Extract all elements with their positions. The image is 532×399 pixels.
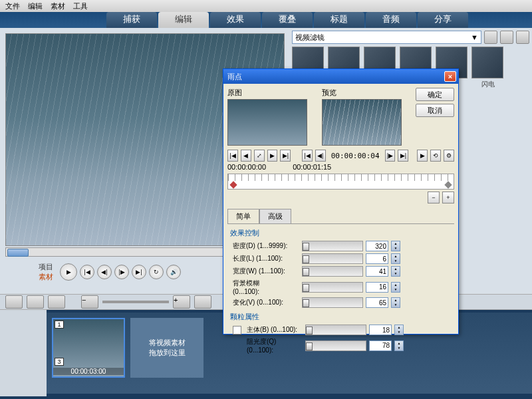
- effect-item[interactable]: 闪电: [471, 47, 505, 89]
- group-particle: 颗粒属性: [230, 312, 454, 322]
- goto-end-icon[interactable]: ▶|: [398, 150, 408, 162]
- dialog-titlebar[interactable]: 雨点 ×: [223, 69, 458, 84]
- prev-frame-icon[interactable]: ◀: [241, 150, 251, 162]
- settings-icon[interactable]: ⚙: [444, 150, 454, 162]
- options-icon[interactable]: [516, 31, 529, 44]
- tab-simple[interactable]: 简单: [227, 209, 259, 223]
- dialog-title-text: 雨点: [227, 72, 242, 82]
- variation-slider[interactable]: [302, 297, 363, 308]
- menubar: 文件 编辑 素材 工具: [0, 0, 532, 12]
- opacity-label: 阻光度(Q) (0...100):: [247, 337, 303, 354]
- clip-badge-in: 1: [55, 321, 64, 329]
- width-input[interactable]: [366, 266, 388, 277]
- variation-input[interactable]: [366, 297, 388, 308]
- menu-tools[interactable]: 工具: [73, 1, 88, 11]
- width-slider[interactable]: [302, 266, 363, 277]
- body-spinner[interactable]: [394, 325, 404, 335]
- play-icon[interactable]: ▶: [417, 150, 428, 162]
- length-slider[interactable]: [302, 253, 363, 264]
- density-input[interactable]: [366, 241, 388, 251]
- zoom-in-icon[interactable]: +: [173, 295, 190, 309]
- step-tabs: 捕获 编辑 效果 覆叠 标题 音频 分享: [0, 12, 532, 28]
- length-label: 长度(L) (1...100):: [233, 254, 299, 263]
- first-frame-icon[interactable]: |◀: [227, 150, 238, 162]
- tab-audio[interactable]: 音频: [366, 12, 416, 28]
- original-label: 原图: [227, 88, 315, 98]
- tab-advanced[interactable]: 高级: [259, 209, 291, 223]
- volume-button[interactable]: 🔊: [166, 265, 181, 279]
- tab-capture[interactable]: 捕获: [106, 12, 157, 28]
- width-spinner[interactable]: [391, 266, 400, 277]
- clip-duration: 00:00:03:00: [53, 368, 124, 375]
- tc-start: 00:00:00:00: [227, 163, 266, 171]
- remove-kf-icon[interactable]: −: [428, 192, 440, 203]
- tab-edit[interactable]: 编辑: [158, 12, 209, 28]
- tc-end: 00:00:01:15: [293, 163, 331, 171]
- blur-slider[interactable]: [302, 282, 363, 293]
- add-kf-icon[interactable]: +: [442, 192, 454, 203]
- length-input[interactable]: [366, 253, 388, 264]
- ok-button[interactable]: 确定: [416, 88, 454, 101]
- track-headers: [0, 310, 47, 396]
- variation-label: 变化(V) (0...100):: [233, 298, 299, 307]
- audio-view-icon[interactable]: [48, 295, 65, 309]
- timeline-view-icon[interactable]: [27, 295, 44, 309]
- clip[interactable]: 1 3 00:00:03:00: [52, 318, 125, 378]
- tab-effect[interactable]: 效果: [210, 12, 261, 28]
- length-spinner[interactable]: [391, 253, 400, 264]
- step-fwd-icon[interactable]: |▶: [385, 150, 396, 162]
- width-label: 宽度(W) (1...100):: [233, 267, 299, 276]
- density-slider[interactable]: [302, 241, 363, 251]
- blur-spinner[interactable]: [391, 282, 400, 293]
- tab-title[interactable]: 标题: [314, 12, 364, 28]
- opacity-spinner[interactable]: [394, 340, 404, 351]
- prev-button[interactable]: ◀|: [97, 265, 112, 279]
- repeat-button[interactable]: ↻: [149, 265, 164, 279]
- step-back-icon[interactable]: ◀|: [315, 150, 326, 162]
- expand-icon[interactable]: ⤢: [254, 150, 265, 162]
- mode-material[interactable]: 素材: [39, 272, 53, 282]
- storyboard-view-icon[interactable]: [5, 295, 23, 309]
- sort-icon[interactable]: [500, 31, 513, 44]
- filter-dropdown[interactable]: 视频滤镜▼: [292, 31, 481, 44]
- chevron-down-icon: ▼: [471, 33, 478, 41]
- body-input[interactable]: [369, 325, 392, 335]
- mode-project[interactable]: 项目: [39, 262, 53, 272]
- keyframe-timeline[interactable]: [227, 174, 454, 190]
- preview-label: 预览: [322, 88, 410, 98]
- original-preview: [227, 99, 307, 146]
- timecode-display: 00:00:00:04: [329, 152, 382, 160]
- opacity-input[interactable]: [369, 340, 392, 351]
- folder-icon[interactable]: [484, 31, 497, 44]
- group-effect-control: 效果控制: [230, 228, 454, 238]
- opacity-slider[interactable]: [305, 340, 366, 351]
- menu-edit[interactable]: 编辑: [28, 1, 43, 11]
- keyframe-marker[interactable]: [444, 181, 452, 188]
- zoom-out-icon[interactable]: −: [81, 295, 98, 309]
- tab-overlay[interactable]: 覆叠: [262, 12, 313, 28]
- goto-start-icon[interactable]: |◀: [302, 150, 313, 162]
- next-frame-icon[interactable]: ▶: [267, 150, 278, 162]
- density-spinner[interactable]: [391, 241, 400, 251]
- drop-placeholder[interactable]: 将视频素材 拖放到这里: [130, 318, 203, 378]
- menu-material[interactable]: 素材: [51, 1, 65, 11]
- body-checkbox[interactable]: [233, 326, 241, 334]
- keyframe-marker[interactable]: [229, 181, 237, 188]
- fit-icon[interactable]: [194, 295, 211, 309]
- end-button[interactable]: ▶|: [132, 265, 146, 279]
- menu-file[interactable]: 文件: [5, 1, 20, 11]
- rain-dialog: 雨点 × 原图 预览 确定 取消 |◀ ◀ ⤢ ▶ ▶| |◀ ◀: [223, 68, 459, 334]
- clip-badge-out: 3: [55, 358, 64, 366]
- body-slider[interactable]: [305, 325, 366, 335]
- last-frame-icon[interactable]: ▶|: [280, 150, 291, 162]
- variation-spinner[interactable]: [391, 297, 400, 308]
- next-button[interactable]: |▶: [114, 265, 129, 279]
- blur-input[interactable]: [366, 282, 388, 293]
- start-button[interactable]: |◀: [80, 265, 94, 279]
- tab-share[interactable]: 分享: [418, 12, 468, 28]
- loop-icon[interactable]: ⟲: [430, 150, 441, 162]
- cancel-button[interactable]: 取消: [416, 104, 454, 117]
- close-button[interactable]: ×: [444, 71, 456, 82]
- density-label: 密度(D) (1...9999):: [233, 241, 299, 251]
- play-button[interactable]: ▶: [60, 263, 77, 281]
